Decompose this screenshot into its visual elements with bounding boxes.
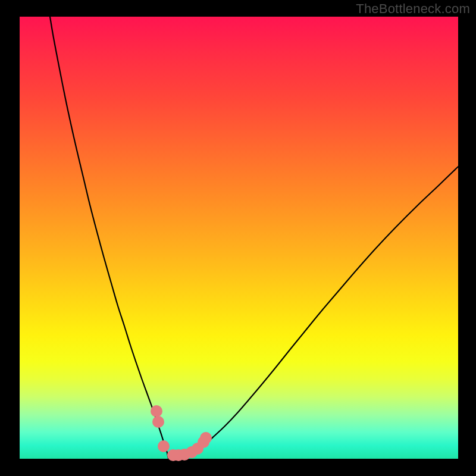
data-point bbox=[152, 416, 164, 428]
curve-left-branch bbox=[50, 17, 168, 458]
data-point bbox=[151, 405, 162, 417]
curve-group bbox=[50, 17, 458, 458]
chart-frame: TheBottleneck.com bbox=[0, 0, 476, 476]
chart-svg bbox=[20, 17, 458, 459]
data-point bbox=[200, 432, 212, 444]
data-point bbox=[158, 440, 170, 452]
marker-group bbox=[151, 405, 212, 461]
curve-right-branch bbox=[168, 167, 458, 458]
watermark-text: TheBottleneck.com bbox=[356, 1, 470, 17]
